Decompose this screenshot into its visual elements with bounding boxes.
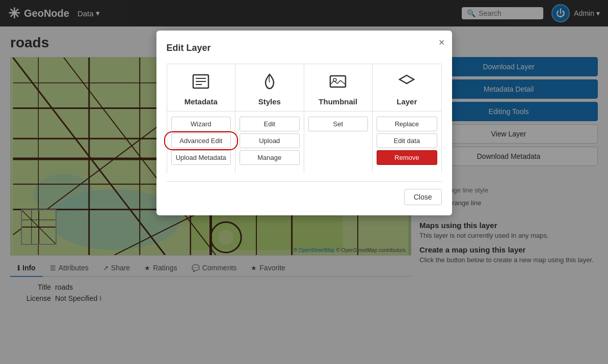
metadata-label: Metadata [184, 97, 218, 106]
modal-col-styles: Styles Edit Upload Manage [235, 64, 304, 173]
modal-close-x-button[interactable]: × [439, 37, 445, 48]
wizard-button[interactable]: Wizard [171, 117, 231, 131]
layer-icon [398, 72, 416, 94]
advanced-edit-wrapper: Advanced Edit [167, 133, 235, 148]
upload-metadata-button[interactable]: Upload Metadata [171, 150, 231, 165]
styles-edit-button[interactable]: Edit [240, 117, 300, 131]
advanced-edit-button[interactable]: Advanced Edit [171, 133, 231, 148]
modal-col-thumbnail-header: Thumbnail [304, 64, 373, 111]
metadata-icon [192, 72, 210, 94]
layer-replace-button[interactable]: Replace [377, 117, 437, 131]
modal-col-layer-header: Layer [373, 64, 441, 111]
thumbnail-set-button[interactable]: Set [308, 117, 368, 131]
modal-close-button[interactable]: Close [404, 189, 442, 205]
modal-overlay[interactable]: Edit Layer × Metadata Wizard [0, 0, 608, 320]
thumbnail-label: Thumbnail [319, 97, 357, 106]
modal-col-thumbnail: Thumbnail Set [304, 64, 373, 173]
thumbnail-icon [329, 72, 347, 94]
modal-col-metadata: Metadata Wizard Advanced Edit Upload Met… [167, 64, 236, 173]
styles-label: Styles [258, 97, 281, 106]
layer-label: Layer [396, 97, 417, 106]
styles-icon [260, 72, 279, 94]
layer-edit-data-button[interactable]: Edit data [377, 133, 437, 148]
svg-rect-11 [330, 76, 346, 87]
edit-layer-modal: Edit Layer × Metadata Wizard [156, 31, 452, 215]
styles-manage-button[interactable]: Manage [240, 150, 300, 165]
modal-columns-grid: Metadata Wizard Advanced Edit Upload Met… [167, 64, 442, 173]
modal-col-metadata-header: Metadata [167, 64, 235, 111]
modal-footer: Close [167, 181, 442, 205]
styles-upload-button[interactable]: Upload [240, 133, 300, 148]
modal-col-layer: Layer Replace Edit data Remove [373, 64, 441, 173]
modal-title: Edit Layer [167, 43, 442, 53]
modal-col-styles-header: Styles [235, 64, 304, 111]
layer-remove-button[interactable]: Remove [377, 150, 437, 165]
